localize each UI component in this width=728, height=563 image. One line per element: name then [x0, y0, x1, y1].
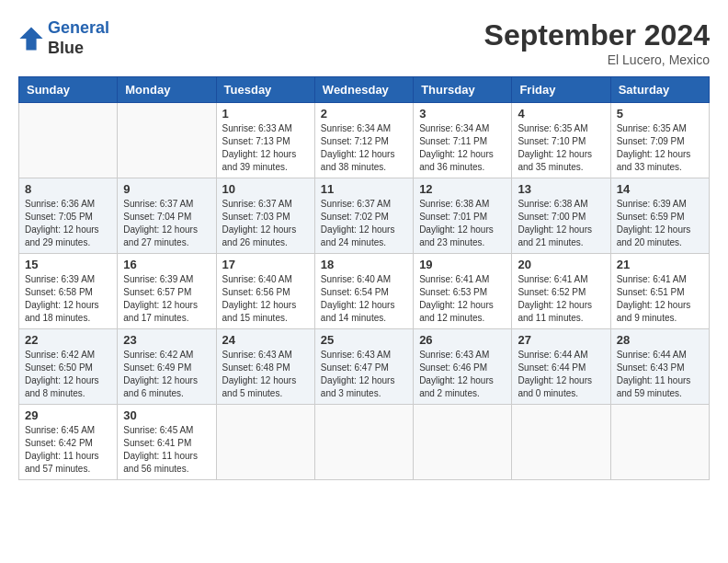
logo: GeneralBlue	[18, 18, 109, 58]
table-row: 19 Sunrise: 6:41 AM Sunset: 6:53 PM Dayl…	[414, 254, 512, 329]
table-row: 23 Sunrise: 6:42 AM Sunset: 6:49 PM Dayl…	[118, 329, 216, 405]
table-row: 17 Sunrise: 6:40 AM Sunset: 6:56 PM Dayl…	[216, 254, 314, 329]
table-row	[610, 405, 709, 480]
table-row: 22 Sunrise: 6:42 AM Sunset: 6:50 PM Dayl…	[19, 329, 118, 405]
table-row: 15 Sunrise: 6:39 AM Sunset: 6:58 PM Dayl…	[19, 254, 118, 329]
table-row: 14 Sunrise: 6:39 AM Sunset: 6:59 PM Dayl…	[610, 178, 709, 254]
table-row	[414, 405, 512, 480]
calendar-table: Sunday Monday Tuesday Wednesday Thursday…	[18, 76, 710, 480]
table-row: 9 Sunrise: 6:37 AM Sunset: 7:04 PM Dayli…	[118, 178, 216, 254]
table-row: 24 Sunrise: 6:43 AM Sunset: 6:48 PM Dayl…	[216, 329, 314, 405]
table-row: 25 Sunrise: 6:43 AM Sunset: 6:47 PM Dayl…	[314, 329, 413, 405]
table-row	[314, 405, 413, 480]
table-row: 26 Sunrise: 6:43 AM Sunset: 6:46 PM Dayl…	[414, 329, 512, 405]
table-row	[118, 103, 216, 178]
table-row: 20 Sunrise: 6:41 AM Sunset: 6:52 PM Dayl…	[512, 254, 610, 329]
location: El Lucero, Mexico	[484, 52, 710, 67]
table-row: 28 Sunrise: 6:44 AM Sunset: 6:43 PM Dayl…	[610, 329, 709, 405]
month-title: September 2024	[484, 18, 710, 52]
header-thursday: Thursday	[414, 77, 512, 103]
table-row: 29 Sunrise: 6:45 AM Sunset: 6:42 PM Dayl…	[19, 405, 118, 480]
table-row: 30 Sunrise: 6:45 AM Sunset: 6:41 PM Dayl…	[118, 405, 216, 480]
table-row: 11 Sunrise: 6:37 AM Sunset: 7:02 PM Dayl…	[314, 178, 413, 254]
logo-text: GeneralBlue	[48, 18, 109, 58]
table-row: 18 Sunrise: 6:40 AM Sunset: 6:54 PM Dayl…	[314, 254, 413, 329]
table-row: 16 Sunrise: 6:39 AM Sunset: 6:57 PM Dayl…	[118, 254, 216, 329]
table-row: 3 Sunrise: 6:34 AM Sunset: 7:11 PM Dayli…	[414, 103, 512, 178]
page-header: GeneralBlue September 2024 El Lucero, Me…	[18, 18, 710, 67]
svg-marker-0	[19, 27, 42, 50]
title-section: September 2024 El Lucero, Mexico	[484, 18, 710, 67]
header-saturday: Saturday	[610, 77, 709, 103]
table-row: 27 Sunrise: 6:44 AM Sunset: 6:44 PM Dayl…	[512, 329, 610, 405]
table-row: 21 Sunrise: 6:41 AM Sunset: 6:51 PM Dayl…	[610, 254, 709, 329]
table-row: 4 Sunrise: 6:35 AM Sunset: 7:10 PM Dayli…	[512, 103, 610, 178]
logo-icon	[18, 26, 44, 52]
table-row	[19, 103, 118, 178]
table-row: 1 Sunrise: 6:33 AM Sunset: 7:13 PM Dayli…	[216, 103, 314, 178]
header-monday: Monday	[118, 77, 216, 103]
table-row: 2 Sunrise: 6:34 AM Sunset: 7:12 PM Dayli…	[314, 103, 413, 178]
table-row: 8 Sunrise: 6:36 AM Sunset: 7:05 PM Dayli…	[19, 178, 118, 254]
table-row: 5 Sunrise: 6:35 AM Sunset: 7:09 PM Dayli…	[610, 103, 709, 178]
header-wednesday: Wednesday	[314, 77, 413, 103]
calendar-header-row: Sunday Monday Tuesday Wednesday Thursday…	[19, 77, 710, 103]
table-row: 12 Sunrise: 6:38 AM Sunset: 7:01 PM Dayl…	[414, 178, 512, 254]
header-friday: Friday	[512, 77, 610, 103]
table-row: 10 Sunrise: 6:37 AM Sunset: 7:03 PM Dayl…	[216, 178, 314, 254]
header-sunday: Sunday	[19, 77, 118, 103]
table-row	[216, 405, 314, 480]
header-tuesday: Tuesday	[216, 77, 314, 103]
table-row: 13 Sunrise: 6:38 AM Sunset: 7:00 PM Dayl…	[512, 178, 610, 254]
table-row	[512, 405, 610, 480]
